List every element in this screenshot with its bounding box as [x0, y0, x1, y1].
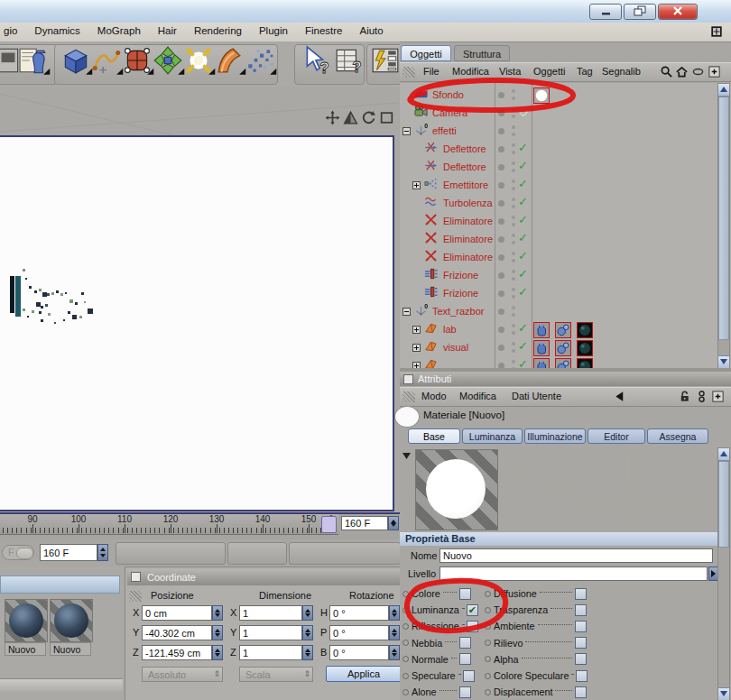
- editor-dot[interactable]: [512, 324, 515, 327]
- editor-dot[interactable]: [512, 216, 515, 219]
- editor-dot[interactable]: [512, 161, 515, 165]
- object-row-frizione[interactable]: Frizione✓: [400, 285, 717, 303]
- visibility-dot[interactable]: [498, 128, 504, 134]
- channel-checkbox[interactable]: [576, 670, 588, 682]
- object-name[interactable]: Deflettore: [443, 143, 486, 154]
- expander-plus-icon[interactable]: [412, 326, 421, 334]
- expander-minus-icon[interactable]: [403, 127, 411, 135]
- visibility-dot[interactable]: [498, 254, 504, 261]
- collapse-triangle-icon[interactable]: [403, 452, 411, 459]
- editor-dot[interactable]: [512, 252, 515, 255]
- viewport[interactable]: [0, 87, 398, 512]
- attributes-grip[interactable]: [403, 391, 415, 402]
- enabled-check-icon[interactable]: ✓: [518, 267, 528, 281]
- restore-button[interactable]: [624, 4, 656, 20]
- object-row-emettitore[interactable]: Emettitore✓: [400, 177, 717, 195]
- home-icon[interactable]: [675, 65, 689, 78]
- attributes-scrollbar[interactable]: [717, 447, 730, 700]
- material-name[interactable]: Nuovo: [50, 642, 91, 656]
- enabled-check-icon[interactable]: ✓: [518, 159, 528, 172]
- render-dot[interactable]: [512, 187, 515, 190]
- object-name[interactable]: effetti: [432, 125, 457, 136]
- back-arrow-icon[interactable]: [613, 390, 626, 403]
- scrollbar-thumb[interactable]: [718, 97, 729, 340]
- coordinate-panel-icon[interactable]: [131, 572, 141, 582]
- position-spinner-z[interactable]: [212, 645, 223, 660]
- anim-ring-icon[interactable]: [403, 591, 409, 597]
- channel-checkbox[interactable]: [463, 670, 475, 682]
- material-thumbnail[interactable]: [5, 599, 48, 642]
- anim-ring-icon[interactable]: [403, 656, 409, 662]
- jug-tag[interactable]: [533, 358, 550, 368]
- render-dot[interactable]: [512, 223, 515, 226]
- material-dark-tag[interactable]: [577, 340, 593, 356]
- anim-ring-icon[interactable]: [485, 623, 491, 630]
- anim-ring-icon[interactable]: [403, 623, 409, 630]
- current-frame-field[interactable]: 160 F: [40, 544, 97, 561]
- channel-checkbox[interactable]: [467, 621, 478, 632]
- rotation-spinner-p[interactable]: [389, 625, 400, 640]
- editor-dot[interactable]: [512, 143, 515, 147]
- anim-ring-icon[interactable]: [403, 689, 409, 695]
- position-input-x[interactable]: 0 cm: [142, 605, 212, 621]
- enabled-check-icon[interactable]: ✓: [518, 177, 528, 190]
- menu-item-vista[interactable]: Vista: [499, 66, 521, 77]
- enabled-check-icon[interactable]: ✓: [518, 141, 528, 154]
- object-row-effetti[interactable]: 0effetti: [400, 123, 717, 141]
- visibility-dot[interactable]: [498, 92, 504, 98]
- close-button[interactable]: [658, 4, 698, 20]
- menu-item-file[interactable]: File: [423, 66, 440, 77]
- phong-tag[interactable]: [555, 340, 571, 356]
- object-row-visual[interactable]: visual✓: [400, 339, 717, 357]
- enabled-check-icon[interactable]: ✓: [518, 195, 528, 208]
- editor-dot[interactable]: [512, 342, 515, 345]
- anim-ring-icon[interactable]: [485, 591, 491, 597]
- channel-checkbox[interactable]: [575, 588, 587, 600]
- enabled-check-icon[interactable]: ✓: [518, 357, 528, 368]
- anim-ring-icon[interactable]: [485, 607, 491, 613]
- object-row-deflettore[interactable]: Deflettore✓: [400, 141, 717, 159]
- add-attributes-icon[interactable]: [711, 390, 725, 403]
- toolbar-bend-button[interactable]: [214, 45, 245, 76]
- render-dot[interactable]: [512, 97, 515, 100]
- lock-icon[interactable]: [678, 390, 691, 403]
- channel-checkbox[interactable]: [575, 621, 587, 632]
- viewport-scale-icon[interactable]: [343, 110, 358, 125]
- render-dot[interactable]: [512, 349, 515, 353]
- editor-dot[interactable]: [512, 306, 515, 309]
- anim-ring-icon[interactable]: [403, 607, 409, 613]
- anim-ring-icon[interactable]: [485, 656, 491, 662]
- rotation-spinner-b[interactable]: [389, 645, 400, 660]
- attr-scroll-down-icon[interactable]: [718, 687, 729, 700]
- editor-dot[interactable]: [512, 125, 515, 129]
- menu-item-modifica[interactable]: Modifica: [459, 391, 496, 401]
- channel-checkbox[interactable]: [459, 686, 471, 698]
- jug-tag[interactable]: [533, 340, 550, 356]
- anim-ring-icon[interactable]: [485, 640, 491, 646]
- render-dot[interactable]: [512, 295, 515, 299]
- expander-plus-icon[interactable]: [412, 362, 421, 368]
- render-dot[interactable]: [512, 259, 515, 262]
- anim-ring-icon[interactable]: [403, 640, 409, 646]
- channel-checkbox[interactable]: [459, 588, 471, 600]
- position-spinner-y[interactable]: [212, 625, 223, 640]
- toolbar-light-button[interactable]: [183, 45, 214, 76]
- mode-dropdown[interactable]: Assoluto⇕: [142, 667, 223, 682]
- object-manager-grip[interactable]: [403, 67, 415, 78]
- visibility-dot[interactable]: [498, 146, 504, 152]
- editor-dot[interactable]: [512, 107, 515, 111]
- toolbar-layout-button[interactable]: [370, 45, 401, 76]
- menu-item-mograph[interactable]: MoGraph: [97, 23, 141, 36]
- channel-checkbox[interactable]: [575, 653, 587, 665]
- render-dot[interactable]: [512, 313, 515, 317]
- tab-assegna[interactable]: Assegna: [647, 428, 708, 444]
- material-preview[interactable]: [415, 449, 498, 530]
- menu-item-modo[interactable]: Modo: [421, 391, 447, 401]
- anim-ring-icon[interactable]: [403, 673, 409, 679]
- object-list-scrollbar[interactable]: [717, 83, 730, 368]
- menu-item-aiuto[interactable]: Aiuto: [359, 23, 383, 36]
- object-row-text_razbor[interactable]: 0Text_razbor: [400, 303, 717, 321]
- visibility-dot[interactable]: [498, 200, 504, 207]
- expander-plus-icon[interactable]: [412, 344, 421, 352]
- object-name[interactable]: visual: [443, 342, 468, 353]
